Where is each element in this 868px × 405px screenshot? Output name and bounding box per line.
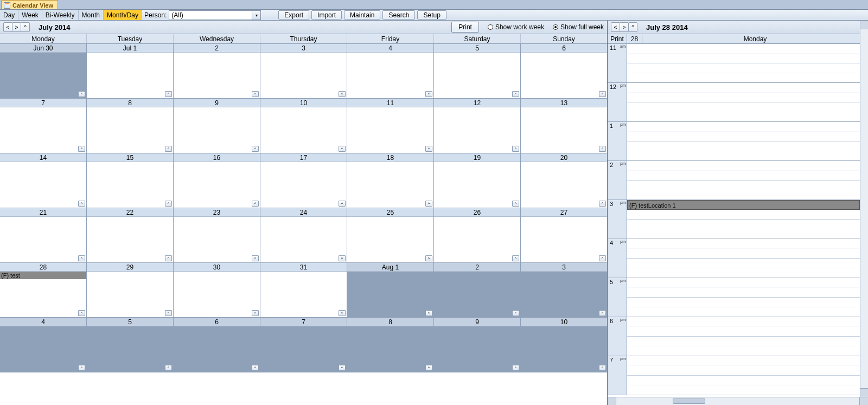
mode-biweekly[interactable]: Bi-Weekly xyxy=(42,10,79,20)
expand-button[interactable]: ^ xyxy=(425,91,432,97)
hour-body[interactable] xyxy=(627,317,860,356)
day-print-button[interactable]: Print xyxy=(608,34,627,43)
expand-button[interactable]: ^ xyxy=(512,365,519,371)
expand-button[interactable]: ^ xyxy=(425,146,432,152)
day-cell[interactable]: 23^ xyxy=(174,208,260,262)
expand-button[interactable]: ^ xyxy=(425,201,432,207)
expand-button[interactable]: ^ xyxy=(599,310,606,316)
import-button[interactable]: Import xyxy=(311,10,342,20)
expand-button[interactable]: ^ xyxy=(165,91,172,97)
expand-button[interactable]: ^ xyxy=(339,365,346,371)
day-cell[interactable]: Jun 30^ xyxy=(0,44,87,98)
expand-button[interactable]: ^ xyxy=(512,146,519,152)
day-cell[interactable]: 24^ xyxy=(260,208,347,262)
day-cell[interactable]: 30^ xyxy=(174,263,260,317)
vertical-scrollbar[interactable] xyxy=(860,21,868,397)
day-cell[interactable]: 4^ xyxy=(0,318,87,372)
day-cell[interactable]: 4^ xyxy=(347,44,434,98)
day-cell[interactable]: 19^ xyxy=(434,153,521,208)
day-cell[interactable]: 5^ xyxy=(87,318,174,372)
day-cell[interactable]: 5^ xyxy=(434,44,521,98)
day-cell[interactable]: 17^ xyxy=(260,153,347,208)
expand-button[interactable]: ^ xyxy=(252,310,259,316)
expand-button[interactable]: ^ xyxy=(512,255,519,261)
day-cell[interactable]: 25^ xyxy=(347,208,434,262)
hour-body[interactable] xyxy=(627,239,860,278)
day-cell[interactable]: 11^ xyxy=(347,99,434,153)
expand-button[interactable]: ^ xyxy=(78,91,85,97)
day-cell[interactable]: 6^ xyxy=(174,318,260,372)
day-cell[interactable]: 15^ xyxy=(87,153,174,208)
expand-button[interactable]: ^ xyxy=(599,146,606,152)
day-cell[interactable]: Aug 1^ xyxy=(347,263,434,317)
expand-button[interactable]: ^ xyxy=(599,255,606,261)
day-cell[interactable]: 7^ xyxy=(0,99,87,153)
expand-button[interactable]: ^ xyxy=(78,146,85,152)
expand-button[interactable]: ^ xyxy=(512,91,519,97)
expand-button[interactable]: ^ xyxy=(339,201,346,207)
expand-button[interactable]: ^ xyxy=(425,365,432,371)
expand-button[interactable]: ^ xyxy=(599,365,606,371)
expand-button[interactable]: ^ xyxy=(425,310,432,316)
mode-monthday[interactable]: Month/Day xyxy=(104,10,142,20)
expand-button[interactable]: ^ xyxy=(78,255,85,261)
day-cell[interactable]: 16^ xyxy=(174,153,260,208)
day-cell[interactable]: 10^ xyxy=(521,318,607,372)
day-cell[interactable]: 22^ xyxy=(87,208,174,262)
mode-day[interactable]: Day xyxy=(0,10,18,20)
day-cell[interactable]: 3^ xyxy=(260,44,347,98)
mode-month[interactable]: Month xyxy=(79,10,104,20)
day-cell[interactable]: 29^ xyxy=(87,263,174,317)
day-cell[interactable]: 13^ xyxy=(521,99,607,153)
person-combo[interactable]: (All) ▾ xyxy=(169,10,261,20)
expand-button[interactable]: ^ xyxy=(339,255,346,261)
month-print-button[interactable]: Print xyxy=(451,22,479,33)
window-tab-calendar[interactable]: Calendar View xyxy=(1,0,58,9)
expand-button[interactable]: ^ xyxy=(252,146,259,152)
expand-button[interactable]: ^ xyxy=(512,201,519,207)
maintain-button[interactable]: Maintain xyxy=(344,10,380,20)
setup-button[interactable]: Setup xyxy=(417,10,446,20)
expand-button[interactable]: ^ xyxy=(425,255,432,261)
hour-body[interactable] xyxy=(627,44,860,82)
expand-button[interactable]: ^ xyxy=(339,146,346,152)
expand-button[interactable]: ^ xyxy=(252,365,259,371)
hour-body[interactable] xyxy=(627,122,860,160)
day-up-button[interactable]: ^ xyxy=(628,22,637,32)
expand-button[interactable]: ^ xyxy=(339,91,346,97)
day-cell[interactable]: 9^ xyxy=(174,99,260,153)
day-cell[interactable]: 8^ xyxy=(87,99,174,153)
day-next-button[interactable]: > xyxy=(620,22,629,32)
day-cell[interactable]: 31^ xyxy=(260,263,347,317)
day-cell[interactable]: 8^ xyxy=(347,318,434,372)
day-cell[interactable]: 26^ xyxy=(434,208,521,262)
day-cell[interactable]: 10^ xyxy=(260,99,347,153)
hour-body[interactable] xyxy=(627,161,860,200)
expand-button[interactable]: ^ xyxy=(78,310,85,316)
day-cell[interactable]: 20^ xyxy=(521,153,607,208)
expand-button[interactable]: ^ xyxy=(339,310,346,316)
day-cell[interactable]: 9^ xyxy=(434,318,521,372)
horizontal-scrollbar[interactable] xyxy=(608,397,868,405)
expand-button[interactable]: ^ xyxy=(599,91,606,97)
expand-button[interactable]: ^ xyxy=(165,310,172,316)
event-bar[interactable]: (F) test xyxy=(0,272,86,279)
day-cell[interactable]: 2^ xyxy=(434,263,521,317)
work-week-radio[interactable]: Show work week xyxy=(488,23,544,31)
hour-body[interactable] xyxy=(627,278,860,317)
day-cell[interactable]: 18^ xyxy=(347,153,434,208)
day-cell[interactable]: 7^ xyxy=(260,318,347,372)
hour-body[interactable]: (F) testLocation 1 xyxy=(627,200,860,239)
hour-body[interactable] xyxy=(627,83,860,121)
day-prev-button[interactable]: < xyxy=(611,22,620,32)
mode-week[interactable]: Week xyxy=(18,10,42,20)
export-button[interactable]: Export xyxy=(278,10,309,20)
day-cell[interactable]: 6^ xyxy=(521,44,607,98)
expand-button[interactable]: ^ xyxy=(599,201,606,207)
day-cell[interactable]: 21^ xyxy=(0,208,87,262)
day-cell[interactable]: Jul 1^ xyxy=(87,44,174,98)
expand-button[interactable]: ^ xyxy=(78,201,85,207)
expand-button[interactable]: ^ xyxy=(78,365,85,371)
month-next-button[interactable]: > xyxy=(12,22,21,32)
expand-button[interactable]: ^ xyxy=(165,146,172,152)
